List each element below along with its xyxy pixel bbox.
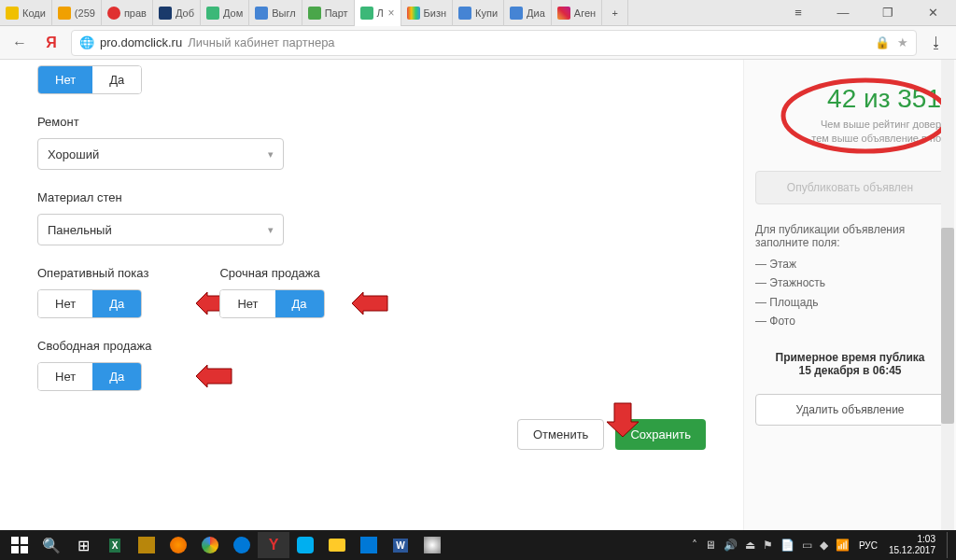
lock-icon: 🔒 xyxy=(875,35,890,49)
task-view-icon[interactable]: ⊞ xyxy=(67,532,99,558)
maximize-icon[interactable]: ❐ xyxy=(874,4,902,22)
tray-flag-icon[interactable]: ⚑ xyxy=(763,539,773,552)
repair-label: Ремонт xyxy=(37,115,743,129)
tb-app-word[interactable]: W xyxy=(385,532,416,558)
urgent-yes[interactable]: Да xyxy=(275,290,324,317)
tb-app-paint[interactable] xyxy=(416,532,448,558)
tb-app-firefox[interactable] xyxy=(162,532,194,558)
requirements-list: — Этаж — Этажность — Площадь — Фото xyxy=(755,255,945,331)
arrow-annotation-icon xyxy=(194,365,233,387)
tab-close-icon[interactable]: × xyxy=(388,7,395,20)
back-button[interactable]: ← xyxy=(7,31,32,55)
delete-button[interactable]: Удалить объявление xyxy=(755,394,945,426)
globe-icon: 🌐 xyxy=(79,35,94,49)
tray-chevron-icon[interactable]: ˄ xyxy=(692,539,697,552)
tab-0[interactable]: Коди xyxy=(0,0,52,26)
tab-10[interactable]: Диа xyxy=(504,0,552,26)
menu-icon[interactable]: ≡ xyxy=(784,4,812,22)
top-toggle: Нет Да xyxy=(37,65,142,94)
show-desktop[interactable] xyxy=(947,532,952,558)
tab-1[interactable]: (259 xyxy=(52,0,102,26)
tb-app-store[interactable] xyxy=(353,532,385,558)
tb-app-notes[interactable] xyxy=(131,532,162,558)
tb-app-yandex[interactable]: Y xyxy=(258,532,289,558)
req-area: — Площадь xyxy=(755,293,945,312)
req-photo: — Фото xyxy=(755,312,945,330)
tray-wifi-icon[interactable]: 📶 xyxy=(836,539,850,552)
sidebar: 42 из 351 Чем выше рейтинг довер тем выш… xyxy=(743,60,956,530)
cancel-button[interactable]: Отменить xyxy=(517,419,604,450)
tab-4[interactable]: Дом xyxy=(201,0,249,26)
urgent-label: Срочная продажа xyxy=(219,266,324,280)
top-toggle-yes[interactable]: Да xyxy=(92,66,141,93)
operative-label: Оперативный показ xyxy=(37,266,148,280)
tab-9[interactable]: Купи xyxy=(453,0,504,26)
minimize-icon[interactable]: — xyxy=(829,4,857,22)
tray-antivirus-icon[interactable]: ◆ xyxy=(820,539,828,552)
operative-toggle: Нет Да xyxy=(37,289,142,318)
arrow-annotation-icon xyxy=(350,292,389,315)
wall-select[interactable]: Панельный xyxy=(37,214,284,245)
tb-app-excel[interactable]: X xyxy=(99,532,131,558)
tab-7-active[interactable]: Л× xyxy=(355,0,401,26)
close-window-icon[interactable]: ✕ xyxy=(919,4,947,22)
search-icon[interactable]: 🔍 xyxy=(35,532,67,558)
tab-6[interactable]: Парт xyxy=(302,0,355,26)
tab-2[interactable]: прав xyxy=(102,0,153,26)
operative-no[interactable]: Нет xyxy=(38,290,92,317)
rating-hint: Чем выше рейтинг довер тем выше объявлен… xyxy=(759,118,941,147)
tb-app-skype[interactable] xyxy=(289,532,321,558)
taskbar: 🔍 ⊞ X Y W ˄ 🖥 🔊 ⏏ ⚑ 📄 ▭ ◆ 📶 РУС 1:03 15.… xyxy=(0,530,956,560)
tb-app-chrome[interactable] xyxy=(194,532,226,558)
svg-rect-3 xyxy=(11,546,19,553)
main-form: Нет Да Ремонт Хороший Материал стен Пане… xyxy=(0,60,743,530)
language-indicator[interactable]: РУС xyxy=(859,540,878,551)
url-domain: pro.domclick.ru xyxy=(100,35,182,49)
tray-volume-icon[interactable]: 🔊 xyxy=(724,539,738,552)
tray-doc-icon[interactable]: 📄 xyxy=(780,539,794,552)
svg-rect-1 xyxy=(11,537,19,544)
tab-8[interactable]: Бизн xyxy=(401,0,453,26)
req-floors: — Этажность xyxy=(755,273,945,292)
yandex-button[interactable]: Я xyxy=(39,31,63,55)
tab-11[interactable]: Аген xyxy=(552,0,602,26)
requirements-title: Для публикации объявления заполните поля… xyxy=(755,223,945,249)
req-floor: — Этаж xyxy=(755,255,945,273)
start-button[interactable] xyxy=(4,532,35,558)
publish-time: Примерное время публика 15 декабря в 06:… xyxy=(755,351,945,377)
svg-rect-2 xyxy=(21,537,28,544)
publish-button[interactable]: Опубликовать объявлен xyxy=(755,171,945,204)
arrow-down-annotation-icon xyxy=(605,401,640,439)
tb-app-edge[interactable] xyxy=(226,532,258,558)
tab-3[interactable]: Доб xyxy=(153,0,201,26)
address-bar: ← Я 🌐 pro.domclick.ru Личный кабинет пар… xyxy=(0,26,956,60)
repair-select[interactable]: Хороший xyxy=(37,138,284,170)
free-toggle: Нет Да xyxy=(37,362,142,391)
bookmark-icon[interactable]: ★ xyxy=(897,35,908,49)
tb-app-explorer[interactable] xyxy=(321,532,353,558)
free-yes[interactable]: Да xyxy=(92,363,141,390)
browser-tabs: Коди (259 прав Доб Дом Выгл Парт Л× Бизн… xyxy=(0,0,956,26)
operative-yes[interactable]: Да xyxy=(92,290,141,317)
urgent-toggle: Нет Да xyxy=(219,289,324,318)
urgent-no[interactable]: Нет xyxy=(220,290,274,317)
svg-rect-4 xyxy=(21,546,28,553)
tray-video-icon[interactable]: ▭ xyxy=(802,539,812,552)
tray-network-icon[interactable]: ⏏ xyxy=(745,539,755,552)
new-tab-button[interactable]: + xyxy=(602,0,628,26)
download-icon[interactable]: ⭳ xyxy=(924,31,949,55)
url-title: Личный кабинет партнера xyxy=(188,35,334,49)
vertical-scrollbar[interactable] xyxy=(941,60,954,530)
url-input[interactable]: 🌐 pro.domclick.ru Личный кабинет партнер… xyxy=(71,30,917,56)
free-no[interactable]: Нет xyxy=(38,363,92,390)
top-toggle-no[interactable]: Нет xyxy=(38,66,92,93)
tray-monitor-icon[interactable]: 🖥 xyxy=(705,539,716,552)
wall-label: Материал стен xyxy=(37,190,743,204)
scrollbar-thumb[interactable] xyxy=(941,228,954,424)
free-label: Свободная продажа xyxy=(37,339,743,353)
clock[interactable]: 1:03 15.12.2017 xyxy=(881,534,943,556)
rating-value: 42 из 351 xyxy=(759,84,941,114)
tab-5[interactable]: Выгл xyxy=(249,0,302,26)
